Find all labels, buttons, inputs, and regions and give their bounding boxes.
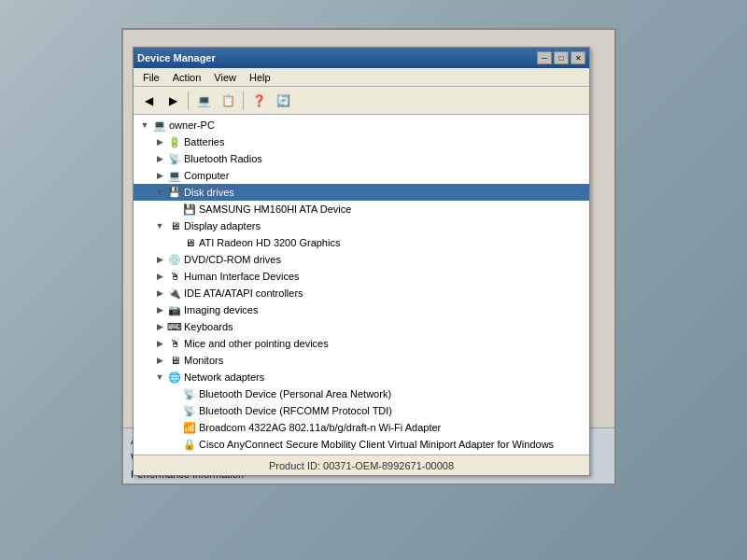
- menu-help[interactable]: Help: [244, 70, 276, 85]
- item-label-disk-drives: Disk drives: [184, 187, 234, 198]
- expand-icon-cisco[interactable]: [167, 437, 182, 452]
- toolbar-separator-1: [188, 91, 189, 110]
- item-icon-batteries: 🔋: [167, 134, 182, 149]
- tree-item-human-interface[interactable]: ▶ 🖱 Human Interface Devices: [134, 268, 589, 285]
- window-title: Device Manager: [137, 52, 216, 63]
- item-label-keyboards: Keyboards: [184, 321, 233, 332]
- back-button[interactable]: ◀: [137, 91, 160, 111]
- tree-item-computer[interactable]: ▶ 💻 Computer: [134, 167, 589, 184]
- expand-icon-display-adapters[interactable]: ▼: [152, 218, 167, 233]
- device-manager-window: Device Manager ─ □ ✕ File Action View He…: [133, 47, 590, 476]
- item-label-human-interface: Human Interface Devices: [184, 271, 300, 282]
- item-icon-broadcom: 📶: [182, 420, 197, 435]
- expand-icon-network-adapters[interactable]: ▼: [152, 370, 167, 385]
- expand-icon-owner-pc[interactable]: ▼: [137, 118, 152, 133]
- expand-icon-computer[interactable]: ▶: [152, 168, 167, 183]
- menu-action[interactable]: Action: [167, 70, 207, 85]
- expand-icon-monitors[interactable]: ▶: [152, 353, 167, 368]
- item-icon-disk-drives: 💾: [167, 185, 182, 200]
- item-label-cisco: Cisco AnyConnect Secure Mobility Client …: [199, 439, 554, 450]
- item-icon-dvd-rom: 💿: [167, 252, 182, 267]
- item-label-bt-rfcomm: Bluetooth Device (RFCOMM Protocol TDI): [199, 405, 392, 416]
- item-icon-cisco: 🔒: [182, 437, 197, 452]
- tree-item-owner-pc[interactable]: ▼ 💻 owner-PC: [134, 117, 589, 133]
- item-label-samsung: SAMSUNG HM160HI ATA Device: [199, 203, 351, 215]
- item-label-network-adapters: Network adapters: [184, 371, 264, 383]
- item-icon-ati-radeon: 🖥: [182, 235, 197, 250]
- computer-icon-btn[interactable]: 💻: [192, 91, 215, 111]
- expand-icon-bt-rfcomm[interactable]: [167, 403, 182, 418]
- maximize-button[interactable]: □: [554, 51, 569, 64]
- expand-icon-samsung[interactable]: [167, 202, 182, 217]
- tree-item-bt-rfcomm[interactable]: 📡 Bluetooth Device (RFCOMM Protocol TDI): [134, 402, 589, 419]
- screen-area: Device Manager ─ □ ✕ File Action View He…: [121, 28, 616, 485]
- tree-item-batteries[interactable]: ▶ 🔋 Batteries: [134, 133, 589, 150]
- tree-item-cisco[interactable]: 🔒 Cisco AnyConnect Secure Mobility Clien…: [134, 436, 589, 453]
- window-controls: ─ □ ✕: [537, 51, 585, 64]
- expand-icon-ati-radeon[interactable]: [167, 235, 182, 250]
- refresh-button[interactable]: 🔄: [272, 91, 294, 111]
- menubar: File Action View Help: [134, 68, 589, 87]
- window-titlebar: Device Manager ─ □ ✕: [134, 48, 589, 68]
- expand-icon-ide-ata[interactable]: ▶: [152, 286, 167, 301]
- tree-item-bt-pan[interactable]: 📡 Bluetooth Device (Personal Area Networ…: [134, 385, 589, 402]
- close-button[interactable]: ✕: [571, 51, 585, 64]
- minimize-button[interactable]: ─: [537, 51, 552, 64]
- item-label-ide-ata: IDE ATA/ATAPI controllers: [184, 287, 303, 299]
- forward-button[interactable]: ▶: [162, 91, 184, 111]
- tree-item-network-adapters[interactable]: ▼ 🌐 Network adapters: [134, 369, 589, 385]
- device-tree[interactable]: ▼ 💻 owner-PC ▶ 🔋 Batteries ▶ 📡 Bluetooth…: [134, 115, 589, 475]
- expand-icon-broadcom[interactable]: [167, 420, 182, 435]
- tree-item-disk-drives[interactable]: ▼ 💾 Disk drives: [134, 184, 589, 201]
- item-icon-imaging: 📷: [167, 302, 182, 317]
- item-icon-owner-pc: 💻: [152, 118, 167, 133]
- expand-icon-mice[interactable]: ▶: [152, 336, 167, 351]
- menu-view[interactable]: View: [208, 70, 242, 85]
- item-label-computer: Computer: [184, 170, 229, 181]
- item-label-bluetooth-radios: Bluetooth Radios: [184, 153, 262, 164]
- expand-icon-imaging[interactable]: ▶: [152, 302, 167, 317]
- tree-item-broadcom[interactable]: 📶 Broadcom 4322AG 802.11a/b/g/draft-n Wi…: [134, 419, 589, 436]
- expand-icon-dvd-rom[interactable]: ▶: [152, 252, 167, 267]
- tree-item-imaging[interactable]: ▶ 📷 Imaging devices: [134, 301, 589, 318]
- tree-item-ide-ata[interactable]: ▶ 🔌 IDE ATA/ATAPI controllers: [134, 285, 589, 301]
- item-label-ati-radeon: ATI Radeon HD 3200 Graphics: [199, 237, 340, 248]
- expand-icon-bluetooth-radios[interactable]: ▶: [152, 151, 167, 166]
- item-label-dvd-rom: DVD/CD-ROM drives: [184, 254, 281, 265]
- tree-item-dvd-rom[interactable]: ▶ 💿 DVD/CD-ROM drives: [134, 251, 589, 268]
- tree-item-ati-radeon[interactable]: 🖥 ATI Radeon HD 3200 Graphics: [134, 234, 589, 251]
- tree-item-monitors[interactable]: ▶ 🖥 Monitors: [134, 352, 589, 369]
- item-label-imaging: Imaging devices: [184, 304, 259, 315]
- tree-item-keyboards[interactable]: ▶ ⌨ Keyboards: [134, 318, 589, 335]
- item-label-bt-pan: Bluetooth Device (Personal Area Network): [199, 388, 391, 399]
- item-icon-bt-rfcomm: 📡: [182, 403, 197, 418]
- item-label-batteries: Batteries: [184, 136, 224, 147]
- item-label-display-adapters: Display adapters: [184, 220, 261, 231]
- statusbar: Product ID: 00371-OEM-8992671-00008: [134, 455, 589, 475]
- help-button[interactable]: ❓: [247, 91, 270, 111]
- item-icon-computer: 💻: [167, 168, 182, 183]
- expand-icon-batteries[interactable]: ▶: [152, 134, 167, 149]
- item-icon-monitors: 🖥: [167, 353, 182, 368]
- expand-icon-disk-drives[interactable]: ▼: [152, 185, 167, 200]
- expand-icon-human-interface[interactable]: ▶: [152, 269, 167, 284]
- item-label-monitors: Monitors: [184, 355, 223, 366]
- toolbar: ◀ ▶ 💻 📋 ❓ 🔄: [134, 87, 589, 115]
- statusbar-text: Product ID: 00371-OEM-8992671-00008: [269, 460, 454, 471]
- menu-file[interactable]: File: [137, 70, 165, 85]
- item-label-mice: Mice and other pointing devices: [184, 338, 329, 349]
- expand-icon-keyboards[interactable]: ▶: [152, 319, 167, 334]
- tree-item-bluetooth-radios[interactable]: ▶ 📡 Bluetooth Radios: [134, 150, 589, 167]
- item-label-broadcom: Broadcom 4322AG 802.11a/b/g/draft-n Wi-F…: [199, 422, 441, 433]
- item-icon-samsung: 💾: [182, 202, 197, 217]
- item-icon-bluetooth-radios: 📡: [167, 151, 182, 166]
- expand-icon-bt-pan[interactable]: [167, 386, 182, 401]
- item-icon-ide-ata: 🔌: [167, 286, 182, 301]
- tree-item-display-adapters[interactable]: ▼ 🖥 Display adapters: [134, 217, 589, 234]
- item-icon-display-adapters: 🖥: [167, 218, 182, 233]
- tree-item-mice[interactable]: ▶ 🖱 Mice and other pointing devices: [134, 335, 589, 352]
- item-icon-mice: 🖱: [167, 336, 182, 351]
- properties-button[interactable]: 📋: [217, 91, 239, 111]
- tree-item-samsung[interactable]: 💾 SAMSUNG HM160HI ATA Device: [134, 201, 589, 217]
- item-icon-keyboards: ⌨: [167, 319, 182, 334]
